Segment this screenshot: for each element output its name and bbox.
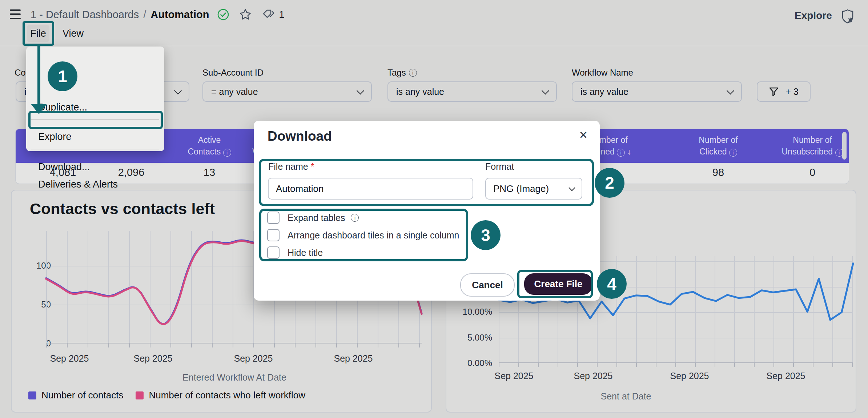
column-header-unsubscribed[interactable]: Number ofUnsubscribed i [769, 129, 849, 163]
more-filters-button[interactable]: + 3 [757, 81, 811, 102]
chevron-down-icon [568, 184, 575, 191]
hide-title-checkbox[interactable] [267, 246, 280, 259]
validated-check-icon [217, 8, 229, 21]
info-icon: i [351, 214, 359, 222]
app-screen: 1 - Default Dashboards / Automation 1 Ex… [0, 0, 868, 418]
filter-label-workflow-name: Workflow Name [572, 68, 633, 78]
view-menu-button[interactable]: View [60, 25, 87, 42]
y-tick: 5.00% [457, 333, 492, 343]
x-tick: Sep 2025 [334, 353, 373, 364]
expand-tables-checkbox[interactable] [267, 212, 280, 224]
tags-icon[interactable] [261, 8, 275, 21]
close-icon[interactable]: × [579, 128, 587, 142]
step-3-badge: 3 [471, 220, 501, 250]
cell-clicked: 98 [712, 166, 724, 178]
admin-shield-icon[interactable] [840, 9, 855, 25]
chevron-down-icon [357, 87, 364, 94]
breadcrumb-separator: / [143, 9, 146, 21]
chart-legend: Number of contacts Number of contacts wh… [28, 390, 305, 401]
menu-item-explore[interactable]: Explore [38, 131, 72, 142]
column-header-clicked[interactable]: Number ofClicked i [682, 129, 755, 163]
file-dropdown-menu: Duplicate... Explore Download... Deliver… [26, 47, 164, 151]
favorite-star-icon[interactable] [239, 8, 252, 21]
breadcrumb-folder[interactable]: 1 - Default Dashboards [31, 9, 139, 21]
step-4-badge: 4 [597, 269, 627, 299]
filter-control-workflow-name[interactable]: is any value [572, 81, 742, 102]
file-name-label: File name * [268, 161, 314, 172]
cancel-button[interactable]: Cancel [460, 273, 515, 297]
filter-value-subaccount: = any value [211, 87, 258, 97]
step-2-badge: 2 [595, 168, 624, 198]
checkbox-label: Arrange dashboard tiles in a single colu… [288, 230, 459, 241]
checkbox-label: Expand tables [288, 213, 345, 223]
more-filters-count: + 3 [785, 87, 798, 97]
step-1-badge: 1 [48, 61, 77, 91]
chart-title: Contacts vs contacts left [30, 200, 215, 218]
legend-swatch-left-workflow [136, 391, 144, 399]
format-select[interactable]: PNG (Image) [485, 178, 582, 200]
y-tick: 0.00% [457, 358, 492, 368]
x-tick: Sep 2025 [494, 371, 533, 381]
step1-arrowhead [31, 104, 47, 114]
checkbox-label: Hide title [288, 248, 323, 258]
single-column-checkbox[interactable] [267, 229, 280, 241]
column-header-active-contacts[interactable]: ActiveContacts i [173, 129, 246, 163]
x-tick: Sep 2025 [50, 353, 89, 364]
info-icon: i [409, 69, 417, 77]
single-column-option: Arrange dashboard tiles in a single colu… [267, 229, 459, 241]
filter-label-1: Co [15, 68, 26, 78]
chevron-down-icon [542, 87, 549, 94]
menu-divider [31, 149, 159, 149]
legend-label: Number of contacts who left workflow [149, 390, 305, 401]
chevron-down-icon [174, 87, 182, 94]
file-menu-button[interactable]: File [27, 25, 49, 42]
filter-label-subaccount: Sub-Account ID [202, 68, 264, 78]
filter-control-tags[interactable]: is any value [387, 81, 557, 102]
create-file-button[interactable]: Create File [524, 273, 592, 295]
hide-title-option: Hide title [267, 246, 323, 259]
filter-label-tags: Tagsi [387, 68, 417, 78]
breadcrumb-dashboard-title[interactable]: Automation [150, 9, 209, 21]
y-tick: 10.00% [457, 307, 492, 317]
x-axis-title: Entered Workflow At Date [182, 372, 286, 383]
cell-active-contacts: 13 [204, 166, 215, 178]
filter-control-subaccount[interactable]: = any value [202, 81, 372, 102]
legend-label: Number of contacts [41, 390, 123, 401]
sort-desc-icon: ↓ [627, 147, 632, 156]
legend-entry[interactable]: Number of contacts who left workflow [136, 390, 305, 401]
file-name-input[interactable] [268, 178, 473, 200]
expand-tables-option: Expand tables i [267, 212, 359, 224]
hamburger-menu-icon[interactable] [10, 9, 21, 19]
menu-item-download[interactable]: Download... [38, 161, 90, 173]
step1-arrow [37, 45, 40, 105]
format-value: PNG (Image) [493, 183, 549, 194]
filter-value-workflow-name: is any value [580, 87, 628, 97]
required-asterisk: * [311, 161, 314, 172]
menu-divider [31, 119, 159, 120]
breadcrumb: 1 - Default Dashboards / Automation 1 [31, 8, 284, 21]
tag-count: 1 [279, 9, 284, 20]
cell-workflow: 2,096 [118, 166, 145, 178]
x-tick: Sep 2025 [574, 371, 612, 381]
legend-swatch-contacts [28, 391, 36, 399]
x-tick: Sep 2025 [670, 371, 709, 381]
explore-link[interactable]: Explore [795, 10, 832, 21]
format-label: Format [485, 161, 514, 172]
menu-item-deliveries-alerts[interactable]: Deliveries & Alerts [38, 179, 118, 190]
menubar-divider [0, 46, 868, 46]
legend-entry[interactable]: Number of contacts [28, 390, 123, 401]
modal-title: Download [268, 129, 332, 144]
chevron-down-icon [727, 87, 734, 94]
x-tick: Sep 2025 [234, 353, 273, 364]
x-tick: Sep 2025 [133, 353, 172, 364]
filter-funnel-icon [769, 87, 779, 97]
download-modal: Download × File name * Format PNG (Image… [254, 121, 600, 301]
x-tick: Sep 2025 [766, 371, 805, 381]
x-axis-title: Sent at Date [601, 391, 651, 402]
table-scrollbar[interactable] [842, 132, 847, 160]
cell-unsubscribed: 0 [809, 166, 815, 178]
filter-value-tags: is any value [396, 87, 444, 97]
